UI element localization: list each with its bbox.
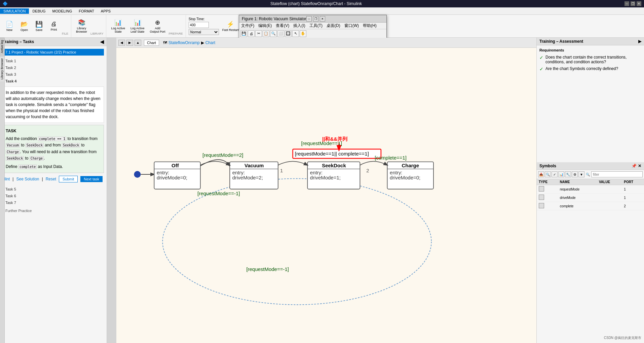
print-button[interactable]: 🖨 Print [47, 19, 61, 33]
charge-code: Charge [6, 150, 20, 154]
log-active-state-button[interactable]: 📊 Log ActiveState [109, 18, 127, 35]
task4-description: In addition to the user requested modes,… [3, 87, 104, 123]
fig-menu-file[interactable]: 文件(F) [241, 23, 254, 29]
collapse-left-button[interactable]: ◀ [100, 39, 104, 44]
menu-apps[interactable]: APPS [98, 8, 114, 14]
log-state-icon: 📊 [114, 19, 122, 26]
sym-name-1[interactable]: requestMode [558, 185, 597, 194]
symbols-header-controls: 📌 ✕ [632, 164, 641, 168]
figure-window-controls[interactable]: ─ ❐ ✕ [306, 16, 325, 22]
see-solution-link[interactable]: See Solution [16, 177, 39, 181]
log-leaf-icon: 📊 [134, 19, 141, 26]
fig-menu-help[interactable]: 帮助(H) [363, 23, 377, 29]
figure-restore-button[interactable]: ❐ [313, 16, 318, 22]
fig-menu-window[interactable]: 窗口(W) [344, 23, 359, 29]
fig-tool-7[interactable]: 🔲 [285, 30, 292, 37]
fast-restart-button[interactable]: ⚡ Fast Restart [220, 19, 241, 33]
reset-link[interactable]: Reset [46, 177, 56, 181]
fig-menu-tools[interactable]: 工具(T) [309, 23, 323, 29]
breadcrumb-stateflow[interactable]: StateflowOnramp [168, 40, 200, 45]
sym-btn-5[interactable]: 🔧 [565, 171, 571, 177]
task-3-item[interactable]: Task 3 [3, 71, 104, 78]
collapse-right-button[interactable]: ▶ [638, 39, 641, 44]
sym-value-2 [597, 194, 622, 202]
restore-button[interactable]: ❐ [631, 1, 635, 6]
sym-btn-4[interactable]: 📊 [558, 171, 564, 177]
symbol-filter-input[interactable] [591, 171, 643, 177]
figure-minimize-button[interactable]: ─ [306, 16, 312, 22]
fig-menu-desktop[interactable]: 桌面(D) [327, 23, 340, 29]
submit-button[interactable]: Submit [59, 176, 78, 182]
close-button[interactable]: ✕ [637, 1, 641, 6]
project-title[interactable]: 7.1 Project - Robotic Vacuum (2/2) Pract… [3, 49, 104, 56]
task-1-item[interactable]: Task 1 [3, 58, 104, 64]
menu-modeling[interactable]: MODELING [49, 8, 76, 14]
open-button[interactable]: 📂 Open [17, 19, 31, 33]
forward-button[interactable]: ▶ [126, 40, 133, 46]
chart-tab[interactable]: Chart [144, 40, 159, 46]
task-5-item[interactable]: Task 5 [3, 186, 104, 193]
task-4-item[interactable]: Task 4 [3, 78, 104, 84]
log-leaf-state-button[interactable]: 📊 Log ActiveLeaf State [128, 18, 147, 35]
next-task-button[interactable]: Next task [80, 176, 103, 182]
task-box-title: TASK [6, 128, 101, 134]
add-output-port-button[interactable]: ⊕ AddOutput Port [148, 18, 167, 35]
figure-close-button[interactable]: ✕ [320, 16, 325, 22]
symbols-panel: Symbols 📌 ✕ 📥 🔍 ✓ 📊 🔧 ⚙ ▼ 🔍 TYPE NAME VA… [536, 162, 644, 343]
stop-time-input[interactable] [189, 22, 209, 28]
new-button[interactable]: 📄 New [3, 19, 16, 33]
normal-select[interactable]: Normal [189, 29, 219, 35]
sym-btn-2[interactable]: 🔍 [545, 171, 551, 177]
fig-menu-edit[interactable]: 编辑(E) [258, 23, 272, 29]
separator-1: | [12, 177, 13, 181]
task-7-item[interactable]: Task 7 [3, 199, 104, 206]
requirement-1: ✓ Does the chart contain the correct tra… [539, 55, 641, 64]
fig-menu-insert[interactable]: 插入(I) [293, 23, 305, 29]
fig-menu-view[interactable]: 查看(V) [276, 23, 289, 29]
symbol-row-2: driveMode 1 [537, 194, 644, 202]
up-button[interactable]: ▲ [135, 40, 141, 46]
symbols-pin-button[interactable]: 📌 [632, 164, 637, 168]
fig-tool-2[interactable]: 🖨 [248, 30, 255, 37]
library-section-label: LIBRARY [90, 32, 103, 35]
window-controls[interactable]: ─ ❐ ✕ [624, 1, 641, 6]
sym-value-3 [597, 202, 622, 210]
back-button[interactable]: ◀ [118, 40, 125, 46]
minimize-button[interactable]: ─ [624, 1, 629, 6]
menu-debug[interactable]: DEBUG [29, 8, 49, 14]
task-define: Define complete as Input Data. [6, 164, 101, 170]
seekdock-code: SeekDock [26, 143, 44, 147]
task-6-item[interactable]: Task 6 [3, 193, 104, 199]
print-icon: 🖨 [51, 21, 57, 28]
sym-btn-6[interactable]: ⚙ [572, 171, 578, 177]
save-button[interactable]: 💾 Save [32, 19, 46, 33]
menu-format[interactable]: FORMAT [75, 8, 98, 14]
symbols-header: Symbols 📌 ✕ [537, 162, 644, 170]
fig-tool-5[interactable]: 🔍 [270, 30, 277, 37]
vacuum-code: Vacuum [6, 143, 20, 147]
library-browser-button[interactable]: 📚 LibraryBrowser [74, 18, 89, 35]
sym-btn-3[interactable]: ✓ [552, 171, 558, 177]
fig-tool-3[interactable]: ✂ [255, 30, 262, 37]
fig-tool-6[interactable]: ⬜ [277, 30, 284, 37]
fig-tool-4[interactable]: 📋 [263, 30, 269, 37]
stateflow-canvas[interactable]: 2 Off entry: driveMode=0; [requestMode==… [116, 48, 536, 343]
symbols-toolbar: 📥 🔍 ✓ 📊 🔧 ⚙ ▼ 🔍 [537, 170, 644, 179]
model-browser-tab[interactable]: Library Browser [0, 56, 4, 81]
fig-tool-1[interactable]: 💾 [240, 30, 247, 37]
sym-name-2[interactable]: driveMode [558, 194, 597, 202]
sym-btn-1[interactable]: 📥 [538, 171, 544, 177]
sym-name-3[interactable]: complete [558, 202, 597, 210]
task-box: TASK Add the condition complete == 1 to … [3, 125, 104, 173]
breadcrumb-chart[interactable]: Chart [205, 40, 215, 45]
further-practice[interactable]: Further Practice [3, 207, 104, 214]
menu-simulation[interactable]: SIMULATION [0, 8, 29, 14]
active-leg-tab[interactable]: Active leg [0, 38, 4, 55]
fig-tool-arrow[interactable]: ↖ [292, 30, 299, 37]
title-bar: 🔷 Stateflow (chart) StateflowOnramp/Char… [0, 0, 644, 7]
library-section: 📚 LibraryBrowser LIBRARY [71, 15, 106, 37]
task-2-item[interactable]: Task 2 [3, 64, 104, 71]
fig-tool-pan[interactable]: ✋ [300, 30, 306, 37]
symbols-close-button[interactable]: ✕ [638, 164, 641, 168]
sym-btn-7[interactable]: ▼ [578, 171, 584, 177]
